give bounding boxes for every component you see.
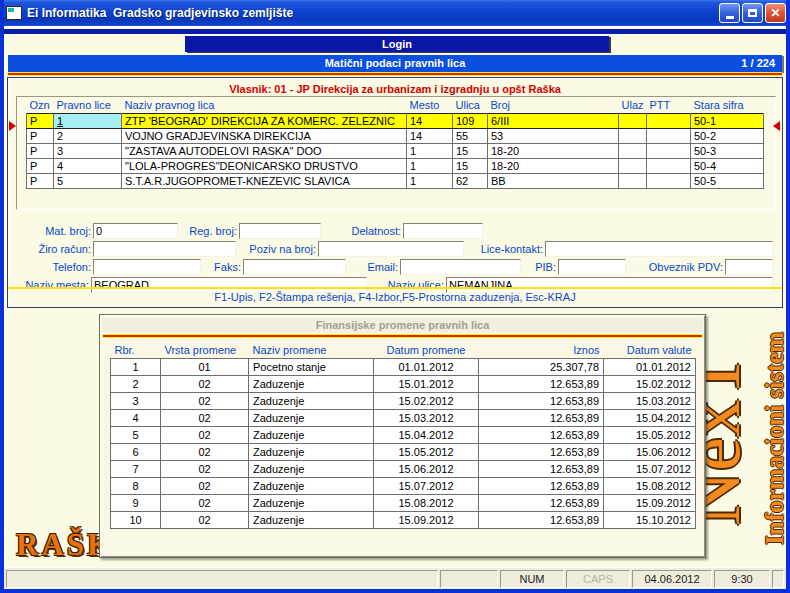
table-cell	[619, 113, 647, 128]
table-row[interactable]: 202Zaduzenje15.01.201212.653,8915.02.201…	[111, 375, 696, 392]
obveznik-pdv-field[interactable]	[725, 259, 773, 275]
resize-grip[interactable]	[772, 570, 784, 588]
table-cell: 01.01.2012	[374, 358, 479, 375]
table-cell: 15.07.2012	[374, 477, 479, 494]
table-row[interactable]: 802Zaduzenje15.07.201212.653,8915.08.201…	[111, 477, 696, 494]
table-cell: 02	[161, 443, 249, 460]
table-row[interactable]: P3"ZASTAVA AUTODELOVI RASKA" DOO11518-20…	[27, 143, 764, 158]
table-cell: 18-20	[488, 143, 619, 158]
maximize-button[interactable]	[742, 3, 763, 23]
table-cell: 50-3	[691, 143, 764, 158]
pib-field[interactable]	[558, 259, 626, 275]
table-cell: Zaduzenje	[249, 409, 374, 426]
poziv-na-broj-field[interactable]	[318, 241, 464, 257]
reg-broj-field[interactable]	[239, 223, 321, 239]
table-row[interactable]: P2VOJNO GRADJEVINSKA DIREKCIJA14555350-2	[27, 128, 764, 143]
table-row[interactable]: P4"LOLA-PROGRES"DEONICARSKO DRUSTVO11518…	[27, 158, 764, 173]
table-row[interactable]: P1ZTP 'BEOGRAD' DIREKCIJA ZA KOMERC. ZEL…	[27, 113, 764, 128]
status-date: 04.06.2012	[632, 570, 712, 588]
table-cell: 12.653,89	[479, 375, 604, 392]
table-cell: 15.06.2012	[604, 443, 696, 460]
row-selector-right-icon	[773, 121, 780, 131]
table-cell: 15.04.2012	[374, 426, 479, 443]
status-bar: NUM CAPS 04.06.2012 9:30	[4, 567, 786, 589]
ziro-racun-field[interactable]	[93, 241, 236, 257]
table-cell: Zaduzenje	[249, 426, 374, 443]
close-button[interactable]: ✕	[765, 3, 786, 23]
table-row[interactable]: 101Pocetno stanje01.01.201225.307,7801.0…	[111, 358, 696, 375]
function-keys-hint: F1-Upis, F2-Štampa rešenja, F4-Izbor,F5-…	[8, 291, 782, 303]
close-icon: ✕	[770, 6, 780, 20]
table-cell: 7	[111, 460, 161, 477]
column-header: Pravno lice	[54, 98, 122, 113]
table-cell: 109	[453, 113, 488, 128]
table-cell	[647, 173, 691, 188]
table-row[interactable]: P5S.T.A.R.JUGOPROMET-KNEZEVIC SLAVICA162…	[27, 173, 764, 188]
faks-field[interactable]	[243, 259, 346, 275]
table-cell: 15	[453, 143, 488, 158]
table-row[interactable]: 602Zaduzenje15.05.201212.653,8915.06.201…	[111, 443, 696, 460]
column-header: Rbr.	[111, 342, 161, 358]
application-window: Ei Informatika Gradsko gradjevinsko zeml…	[0, 0, 790, 593]
column-header: Ulica	[453, 98, 488, 113]
menu-strip	[4, 29, 786, 34]
window-title: Ei Informatika Gradsko gradjevinsko zeml…	[27, 6, 719, 20]
title-bar[interactable]: Ei Informatika Gradsko gradjevinsko zeml…	[0, 0, 790, 26]
table-cell: 12.653,89	[479, 409, 604, 426]
table-cell: Zaduzenje	[249, 443, 374, 460]
table-header-row: Rbr. Vrsta promene Naziv promene Datum p…	[111, 342, 696, 358]
column-header: Iznos	[479, 342, 604, 358]
table-row[interactable]: 302Zaduzenje15.02.201212.653,8915.03.201…	[111, 392, 696, 409]
table-cell: P	[27, 173, 54, 188]
table-cell: 2	[111, 375, 161, 392]
main-panel: Vlasnik: 01 - JP Direkcija za urbanizam …	[7, 77, 783, 308]
lice-kontakt-field[interactable]	[545, 241, 773, 257]
table-cell: Zaduzenje	[249, 494, 374, 511]
delatnost-field[interactable]	[403, 223, 483, 239]
telefon-field[interactable]	[93, 259, 201, 275]
table-cell: 02	[161, 494, 249, 511]
table-cell: 18-20	[488, 158, 619, 173]
table-cell: Zaduzenje	[249, 477, 374, 494]
table-header-row: Ozn Pravno lice Naziv pravnog lica Mesto…	[27, 98, 764, 113]
legal-entities-table: Ozn Pravno lice Naziv pravnog lica Mesto…	[26, 98, 764, 189]
table-row[interactable]: 502Zaduzenje15.04.201212.653,8915.05.201…	[111, 426, 696, 443]
mat-broj-field[interactable]	[93, 223, 178, 239]
table-cell: 15.03.2012	[374, 409, 479, 426]
row-selector-left-icon	[9, 121, 16, 131]
table-cell: 01	[161, 358, 249, 375]
table-cell: 15.05.2012	[604, 426, 696, 443]
owner-banner: Vlasnik: 01 - JP Direkcija za urbanizam …	[8, 83, 782, 95]
table-row[interactable]: 702Zaduzenje15.06.201212.653,8915.07.201…	[111, 460, 696, 477]
pib-label: PIB:	[529, 260, 556, 275]
status-empty-segment	[440, 570, 498, 588]
table-cell: P	[27, 158, 54, 173]
table-cell: 15.06.2012	[374, 460, 479, 477]
table-cell: 12.653,89	[479, 426, 604, 443]
table-cell: P	[27, 143, 54, 158]
table-cell: Zaduzenje	[249, 460, 374, 477]
table-cell: S.T.A.R.JUGOPROMET-KNEZEVIC SLAVICA	[122, 173, 407, 188]
table-row[interactable]: 402Zaduzenje15.03.201212.653,8915.04.201…	[111, 409, 696, 426]
table-cell: 15	[453, 158, 488, 173]
table-cell: 15.02.2012	[604, 375, 696, 392]
minimize-icon	[726, 16, 734, 19]
minimize-button[interactable]	[719, 3, 740, 23]
table-cell: 9	[111, 494, 161, 511]
table-cell: Zaduzenje	[249, 392, 374, 409]
table-cell: 02	[161, 477, 249, 494]
table-cell: 3	[54, 143, 122, 158]
column-header: Broj	[488, 98, 619, 113]
finance-table: Rbr. Vrsta promene Naziv promene Datum p…	[110, 342, 696, 529]
poziv-na-broj-label: Poziv na broj:	[239, 242, 316, 257]
table-cell	[619, 173, 647, 188]
table-cell: Zaduzenje	[249, 511, 374, 528]
table-cell: 5	[111, 426, 161, 443]
login-button[interactable]: Login	[185, 36, 609, 52]
table-row[interactable]: 1002Zaduzenje15.09.201212.653,8915.10.20…	[111, 511, 696, 528]
table-cell: 12.653,89	[479, 494, 604, 511]
email-field[interactable]	[400, 259, 521, 275]
column-header: Datum promene	[374, 342, 479, 358]
table-cell: P	[27, 113, 54, 128]
table-row[interactable]: 902Zaduzenje15.08.201212.653,8915.09.201…	[111, 494, 696, 511]
